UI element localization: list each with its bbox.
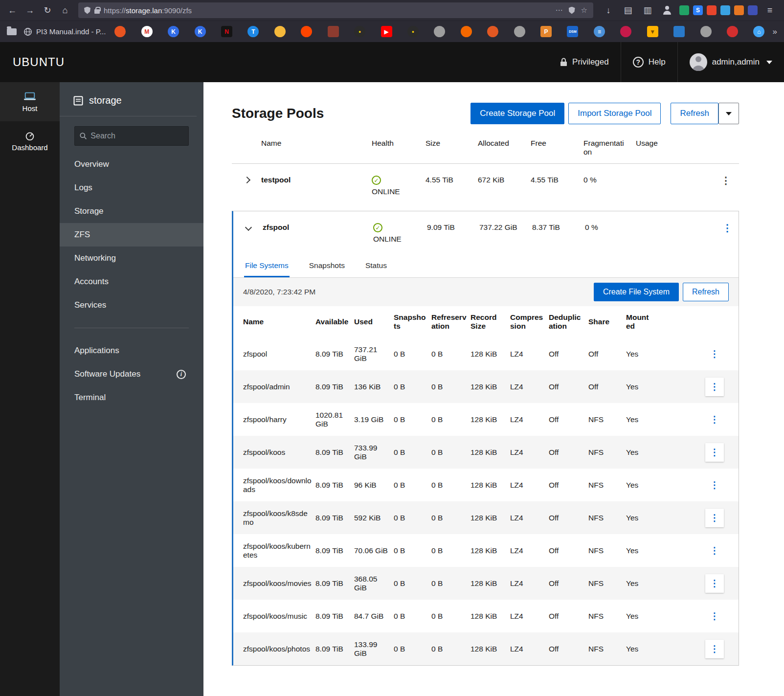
row-menu-button[interactable]: ⋮ — [705, 574, 724, 593]
sidebar-item-overview[interactable]: Overview — [60, 153, 203, 176]
row-menu-button[interactable]: ⋮ — [705, 607, 724, 626]
refresh-pools-button[interactable]: Refresh — [671, 103, 718, 124]
user-menu[interactable]: admin,admin — [677, 42, 784, 82]
extension-icon-3[interactable] — [707, 5, 717, 15]
row-menu-button[interactable]: ⋮ — [705, 410, 724, 429]
pool-fragmentation: 0 % — [583, 176, 636, 184]
create-file-system-button[interactable]: Create File System — [594, 283, 679, 301]
url-bar[interactable]: https://storage.lan:9090/zfs ⋯ ☆ — [78, 2, 593, 18]
favicon-plex[interactable]: P — [540, 26, 552, 37]
more-options-icon[interactable]: ⋯ — [556, 6, 563, 15]
sidebar-item-networking[interactable]: Networking — [60, 247, 203, 270]
sidebar-item-software-updates[interactable]: Software Updates i — [60, 362, 203, 386]
favicon-flame[interactable] — [487, 26, 498, 37]
refresh-file-systems-button[interactable]: Refresh — [683, 283, 729, 301]
row-menu-button[interactable]: ⋮ — [705, 509, 724, 527]
sidebar-item-services[interactable]: Services — [60, 293, 203, 317]
home-icon[interactable]: ⌂ — [58, 3, 72, 18]
sidebar-item-terminal[interactable]: Terminal — [60, 386, 203, 409]
row-menu-button[interactable]: ⋮ — [705, 443, 724, 462]
favicon-ubuntu[interactable] — [114, 26, 126, 37]
reload-icon[interactable]: ↻ — [40, 3, 55, 18]
favicon-sun[interactable] — [274, 26, 286, 37]
table-row: zfspool/admin 8.09 TiB 136 KiB 0 B 0 B 1… — [233, 370, 739, 403]
extension-icon-4[interactable] — [720, 5, 730, 15]
fs-used: 136 KiB — [354, 382, 394, 391]
favicon-portainer[interactable]: ≡ — [594, 26, 605, 37]
import-storage-pool-button[interactable]: Import Storage Pool — [568, 103, 661, 124]
bookmarks-overflow-icon[interactable]: » — [769, 27, 777, 37]
favicon-down-arrow[interactable]: ▼ — [647, 26, 658, 37]
rail-item-dashboard[interactable]: Dashboard — [0, 121, 60, 160]
pool-menu-button[interactable]: ⋮ — [722, 223, 732, 233]
favicon-globe[interactable] — [434, 26, 445, 37]
favicon-gmail[interactable]: M — [141, 26, 153, 37]
extension-icon-6[interactable] — [748, 5, 758, 15]
folder-icon[interactable] — [7, 28, 17, 35]
sidebar-item-zfs[interactable]: ZFS — [60, 223, 203, 247]
sidebar-search[interactable] — [74, 126, 189, 146]
fs-record-size: 128 KiB — [470, 415, 510, 424]
expand-chevron-icon[interactable] — [244, 177, 250, 183]
favicon-drop[interactable] — [727, 26, 738, 37]
extension-icon-5[interactable] — [734, 5, 744, 15]
favicon-globe-3[interactable] — [700, 26, 712, 37]
fs-share: NFS — [588, 579, 626, 588]
sidebar-toggle-icon[interactable]: ▥ — [640, 3, 655, 18]
refresh-dropdown-button[interactable] — [718, 103, 739, 124]
favicon-dark-yellow-2[interactable]: • — [407, 26, 419, 37]
lock-icon — [94, 9, 100, 14]
favicon-kubernetes[interactable]: K — [168, 26, 179, 37]
favicon-home-assistant[interactable]: ⌂ — [753, 26, 764, 37]
menu-hamburger-icon[interactable]: ≡ — [762, 3, 777, 18]
favicon-netflix[interactable]: N — [221, 26, 232, 37]
sidebar-item-logs[interactable]: Logs — [60, 176, 203, 200]
bookmark-star-icon[interactable]: ☆ — [581, 6, 587, 15]
download-icon[interactable]: ↓ — [601, 3, 616, 18]
favicon-globe-2[interactable] — [514, 26, 525, 37]
favicon-grafana[interactable] — [461, 26, 472, 37]
back-icon[interactable]: ← — [5, 3, 20, 18]
favicon-reddit[interactable] — [301, 26, 312, 37]
favicon-youtube[interactable]: ▶ — [381, 26, 392, 37]
library-icon[interactable]: ▤ — [621, 3, 635, 18]
favicon-blue-chart[interactable] — [673, 26, 685, 37]
search-input[interactable] — [90, 132, 183, 140]
favicon-dark-yellow[interactable]: • — [354, 26, 365, 37]
favicon-dsm[interactable]: DSM — [567, 26, 578, 37]
tab-snapshots[interactable]: Snapshots — [308, 256, 346, 277]
bookmark-pi3-manual[interactable]: PI3 Manual.indd - P... — [23, 27, 106, 36]
rail-item-host[interactable]: Host — [0, 82, 60, 121]
fs-used: 733.99 GiB — [354, 444, 394, 461]
globe-icon — [23, 27, 32, 36]
help-menu[interactable]: ? Help — [621, 42, 677, 82]
tab-file-systems[interactable]: File Systems — [244, 256, 290, 277]
tab-status[interactable]: Status — [364, 256, 388, 277]
extension-icon-2[interactable]: S — [693, 5, 703, 15]
row-menu-button[interactable]: ⋮ — [705, 640, 724, 658]
sidebar-item-storage[interactable]: Storage — [60, 200, 203, 223]
collapse-chevron-icon[interactable] — [245, 224, 252, 231]
sidebar-item-accounts[interactable]: Accounts — [60, 270, 203, 293]
col-compression: Compression — [510, 313, 549, 331]
sidebar-item-applications[interactable]: Applications — [60, 339, 203, 362]
tracking-shield-icon[interactable] — [84, 7, 90, 14]
favicon-raspberry[interactable] — [620, 26, 631, 37]
create-storage-pool-button[interactable]: Create Storage Pool — [470, 103, 564, 124]
forward-icon[interactable]: → — [22, 3, 37, 18]
account-icon[interactable] — [660, 3, 674, 18]
row-menu-button[interactable]: ⋮ — [705, 378, 724, 396]
row-menu-button[interactable]: ⋮ — [705, 345, 724, 363]
row-menu-button[interactable]: ⋮ — [705, 541, 724, 560]
info-icon: i — [177, 370, 186, 379]
permissions-shield-icon[interactable] — [569, 7, 575, 14]
file-systems-toolbar: 4/8/2020, 7:23:42 PM Create File System … — [233, 278, 739, 306]
url-text[interactable]: https://storage.lan:9090/zfs — [104, 6, 192, 15]
favicon-gitea[interactable] — [328, 26, 339, 37]
fs-snapshots: 0 B — [394, 546, 431, 555]
row-menu-button[interactable]: ⋮ — [705, 476, 724, 494]
favicon-thingiverse[interactable]: T — [247, 26, 259, 37]
pool-menu-button[interactable]: ⋮ — [721, 176, 731, 185]
extension-icon-1[interactable] — [679, 5, 689, 15]
favicon-kubernetes-2[interactable]: K — [195, 26, 206, 37]
